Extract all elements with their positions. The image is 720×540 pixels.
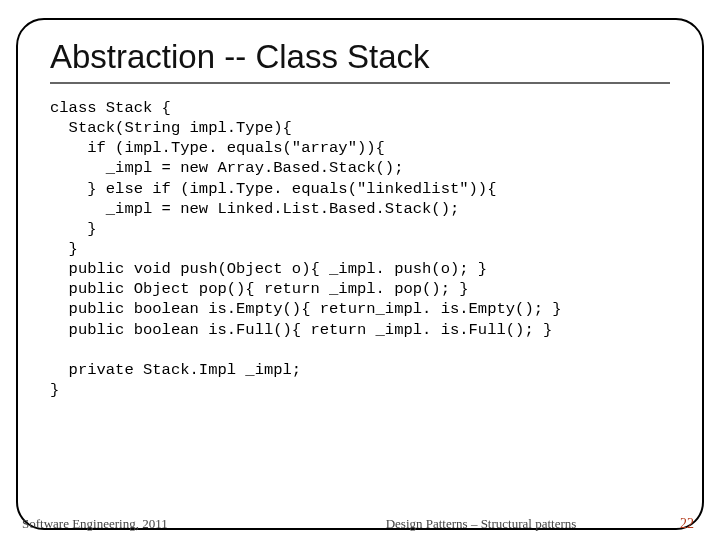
- slide-frame: Abstraction -- Class Stack class Stack {…: [16, 18, 704, 530]
- footer-center: Design Patterns – Structural patterns: [328, 516, 634, 532]
- footer-left: Software Engineering, 2011: [22, 516, 328, 532]
- code-block: class Stack { Stack(String impl.Type){ i…: [50, 98, 670, 400]
- page-number: 22: [634, 516, 694, 532]
- slide-title: Abstraction -- Class Stack: [50, 38, 670, 84]
- slide: Abstraction -- Class Stack class Stack {…: [0, 0, 720, 540]
- slide-footer: Software Engineering, 2011 Design Patter…: [22, 516, 694, 532]
